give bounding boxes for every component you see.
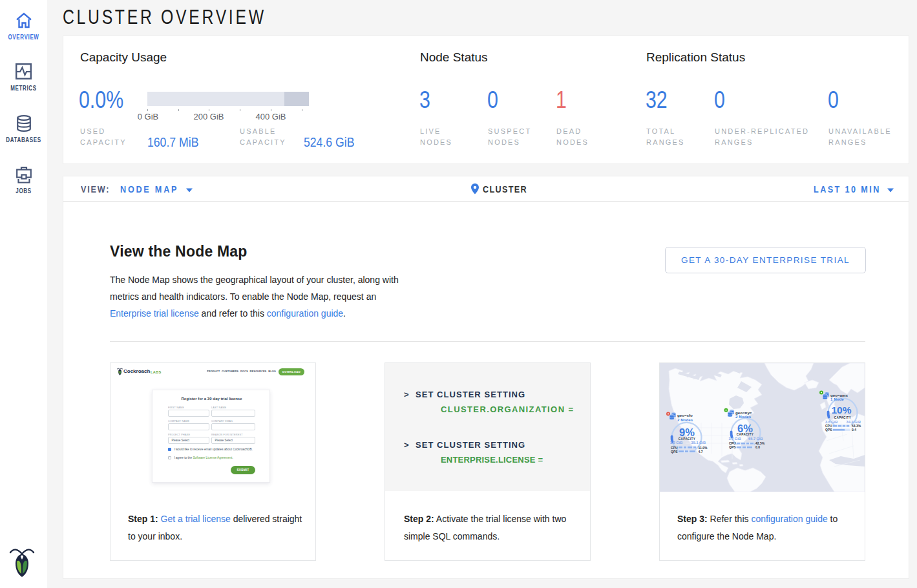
svg-text:65.7 GiB: 65.7 GiB [748, 437, 763, 441]
svg-text:53.3%: 53.3% [852, 424, 861, 428]
svg-text:CAPACITY: CAPACITY [737, 433, 754, 436]
svg-text:QPS: QPS [729, 445, 736, 449]
svg-text:11.0%: 11.0% [699, 446, 708, 450]
svg-text:QPS: QPS [825, 428, 832, 432]
svg-text:4.7: 4.7 [699, 450, 703, 454]
svg-text:35.1 GiB: 35.1 GiB [691, 441, 706, 445]
svg-text:2 Nodes: 2 Nodes [735, 414, 752, 419]
svg-text:QPS: QPS [671, 450, 678, 454]
svg-text:3.7 GiB: 3.7 GiB [729, 437, 741, 441]
svg-text:CPU: CPU [729, 441, 736, 445]
svg-text:1 Node: 1 Node [830, 397, 844, 401]
svg-text:CPU: CPU [825, 424, 832, 428]
svg-text:10%: 10% [831, 404, 851, 415]
svg-text:9%: 9% [679, 426, 695, 438]
svg-text:0.0: 0.0 [755, 445, 760, 449]
svg-text:CPU: CPU [671, 446, 678, 450]
svg-text:3.6 GiB: 3.6 GiB [825, 420, 838, 424]
svg-text:6%: 6% [737, 423, 753, 434]
svg-text:0.4: 0.4 [852, 428, 856, 432]
svg-text:2 Nodes: 2 Nodes [677, 417, 693, 422]
svg-text:CAPACITY: CAPACITY [834, 416, 851, 419]
svg-text:34.4 GiB: 34.4 GiB [847, 420, 861, 424]
svg-text:3.2 GiB: 3.2 GiB [670, 441, 682, 445]
svg-text:42.5%: 42.5% [755, 441, 765, 445]
